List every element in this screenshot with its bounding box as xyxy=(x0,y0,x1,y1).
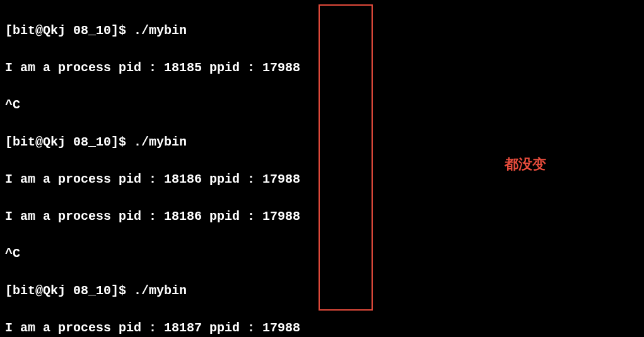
prompt-line: [bit@Qkj 08_10]$ ./mybin xyxy=(5,133,639,152)
process-output: I am a process pid : 18186 ppid : 17988 xyxy=(5,207,639,226)
prompt: [bit@Qkj 08_10]$ xyxy=(5,135,134,149)
ppid-value: 17988 xyxy=(262,209,300,224)
ppid-value: 17988 xyxy=(262,172,300,186)
prompt-line: [bit@Qkj 08_10]$ ./mybin xyxy=(5,21,639,40)
interrupt: ^C xyxy=(5,96,639,115)
prompt: [bit@Qkj 08_10]$ xyxy=(5,23,134,38)
ppid-value: 17988 xyxy=(262,321,300,335)
command: ./mybin xyxy=(134,135,187,149)
command: ./mybin xyxy=(134,283,187,298)
command: ./mybin xyxy=(134,23,187,38)
prompt: [bit@Qkj 08_10]$ xyxy=(5,283,134,298)
interrupt: ^C xyxy=(5,244,639,263)
prompt-line: [bit@Qkj 08_10]$ ./mybin xyxy=(5,282,639,300)
annotation-text: 都没变 xyxy=(505,155,546,174)
process-output: I am a process pid : 18185 ppid : 17988 xyxy=(5,59,639,77)
terminal-output[interactable]: [bit@Qkj 08_10]$ ./mybin I am a process … xyxy=(0,0,644,337)
process-output: I am a process pid : 18187 ppid : 17988 xyxy=(5,319,639,338)
ppid-value: 17988 xyxy=(262,60,300,75)
